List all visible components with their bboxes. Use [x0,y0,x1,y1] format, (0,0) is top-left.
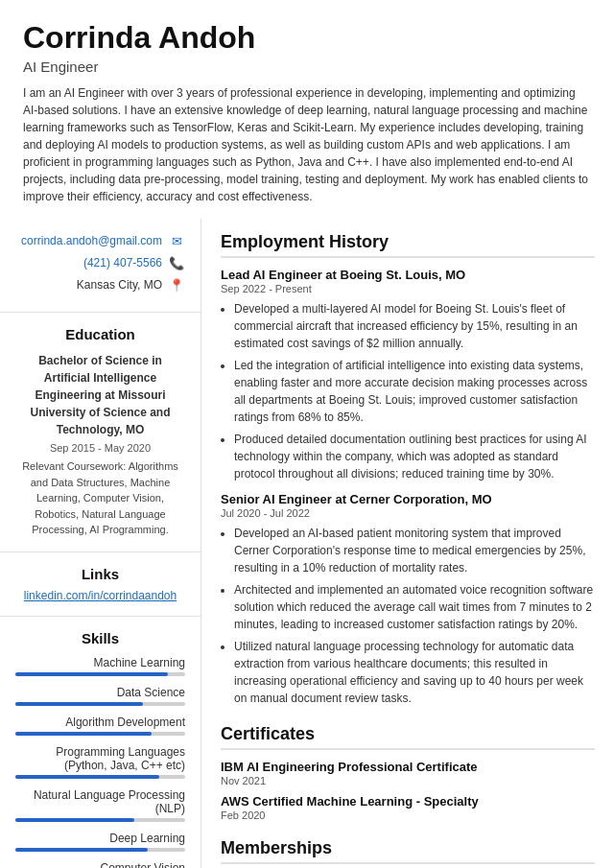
job-bullets: Developed an AI-based patient monitoring… [221,525,595,707]
coursework-label: Relevant Coursework: [22,460,126,472]
skill-item: Computer Vision [15,861,185,868]
job-date: Jul 2020 - Jul 2022 [221,507,595,519]
job-bullet: Developed a multi-layered AI model for B… [234,300,595,352]
employment-section: Employment History Lead AI Engineer at B… [221,232,595,707]
skill-item: Data Science [15,686,185,706]
cert-date: Feb 2020 [221,809,595,821]
skill-bar-bg [15,732,185,736]
candidate-title: AI Engineer [23,59,591,75]
skill-bar-bg [15,775,185,779]
links-title: Links [15,566,185,582]
skill-bar-bg [15,848,185,852]
job-bullet: Developed an AI-based patient monitoring… [234,525,595,576]
skill-bar-fill [15,818,134,822]
skill-name: Computer Vision [15,861,185,868]
contact-location: Kansas City, MO 📍 [15,276,185,293]
skill-name: Machine Learning [15,656,185,669]
degree-text: Bachelor of Science in Artificial Intell… [30,354,170,436]
email-text: corrinda.andoh@gmail.com [21,234,162,247]
employment-title: Employment History [221,232,595,258]
cert-entry: IBM AI Engineering Professional Certific… [221,760,595,786]
education-title: Education [15,326,185,342]
skill-name: Deep Learning [15,832,185,845]
skill-name: Programming Languages (Python, Java, C++… [15,745,185,772]
certs-list: IBM AI Engineering Professional Certific… [221,760,595,821]
skills-title: Skills [15,630,185,646]
skill-bar-fill [15,702,143,706]
skills-section: Skills Machine Learning Data Science Alg… [0,617,201,868]
job-title: Senior AI Engineer at Cerner Corporation… [221,492,595,506]
main-layout: corrinda.andoh@gmail.com ✉ (421) 407-556… [0,219,614,868]
job-date: Sep 2022 - Present [221,283,595,294]
job-bullet: Utilized natural language processing tec… [234,638,595,707]
header-section: Corrinda Andoh AI Engineer I am an AI En… [0,0,614,219]
skill-bar-fill [15,848,148,852]
job-bullets: Developed a multi-layered AI model for B… [221,300,595,482]
education-section: Education Bachelor of Science in Artific… [0,313,201,552]
location-text: Kansas City, MO [77,278,162,292]
skill-name: Data Science [15,686,185,699]
cert-name: IBM AI Engineering Professional Certific… [221,760,595,774]
contact-section: corrinda.andoh@gmail.com ✉ (421) 407-556… [0,219,201,313]
phone-icon: 📞 [168,254,185,271]
email-icon: ✉ [168,232,185,249]
resume-page: Corrinda Andoh AI Engineer I am an AI En… [0,0,614,868]
links-section: Links linkedin.com/in/corrindaandoh [0,552,201,617]
contact-email[interactable]: corrinda.andoh@gmail.com ✉ [15,232,185,249]
skill-name: Natural Language Processing (NLP) [15,788,185,815]
skill-bar-fill [15,775,159,779]
cert-name: AWS Certified Machine Learning - Special… [221,794,595,809]
sidebar: corrinda.andoh@gmail.com ✉ (421) 407-556… [0,219,201,868]
jobs-list: Lead AI Engineer at Boeing St. Louis, MO… [221,268,595,707]
job-entry: Lead AI Engineer at Boeing St. Louis, MO… [221,268,595,482]
skill-item: Deep Learning [15,832,185,852]
education-coursework: Relevant Coursework: Algorithms and Data… [15,458,185,538]
contact-phone: (421) 407-5566 📞 [15,254,185,271]
cert-date: Nov 2021 [221,775,595,786]
skill-item: Machine Learning [15,656,185,676]
phone-text: (421) 407-5566 [83,256,162,270]
linkedin-link[interactable]: linkedin.com/in/corrindaandoh [15,589,185,602]
job-entry: Senior AI Engineer at Cerner Corporation… [221,492,595,707]
job-bullet: Architected and implemented an automated… [234,581,595,633]
memberships-title: Memberships [221,838,595,864]
skill-bar-fill [15,672,168,676]
skill-item: Algorithm Development [15,716,185,736]
skills-list: Machine Learning Data Science Algorithm … [15,656,185,868]
skill-bar-bg [15,672,185,676]
job-bullet: Led the integration of artificial intell… [234,357,595,426]
skill-bar-bg [15,818,185,822]
candidate-name: Corrinda Andoh [23,21,591,55]
certificates-title: Certificates [221,724,595,750]
memberships-section: Memberships Association for the Advancem… [221,838,595,868]
education-date: Sep 2015 - May 2020 [15,442,185,454]
skill-item: Natural Language Processing (NLP) [15,788,185,822]
job-title: Lead AI Engineer at Boeing St. Louis, MO [221,268,595,282]
main-content: Employment History Lead AI Engineer at B… [201,219,614,868]
skill-name: Algorithm Development [15,716,185,729]
skill-item: Programming Languages (Python, Java, C++… [15,745,185,779]
certificates-section: Certificates IBM AI Engineering Professi… [221,724,595,821]
education-degree: Bachelor of Science in Artificial Intell… [15,352,185,438]
cert-entry: AWS Certified Machine Learning - Special… [221,794,595,821]
skill-bar-bg [15,702,185,706]
skill-bar-fill [15,732,152,736]
location-icon: 📍 [168,276,185,293]
candidate-summary: I am an AI Engineer with over 3 years of… [23,84,591,205]
job-bullet: Produced detailed documentation outlinin… [234,431,595,482]
